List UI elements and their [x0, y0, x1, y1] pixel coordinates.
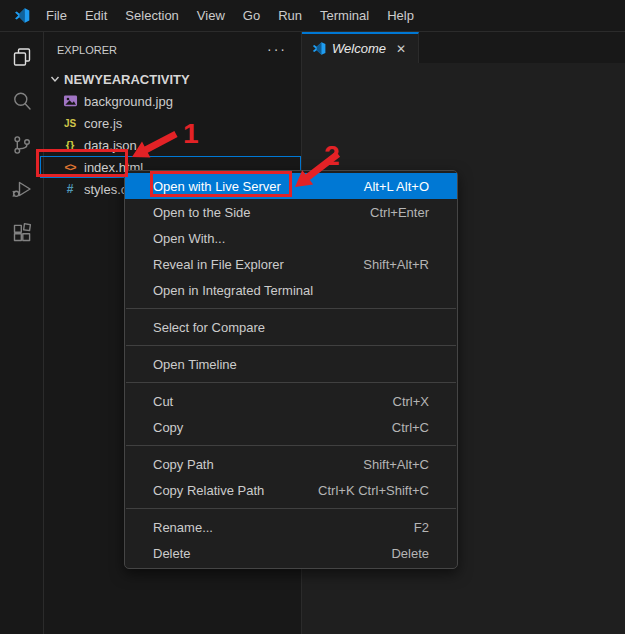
menu-selection[interactable]: Selection: [116, 1, 187, 31]
extensions-icon[interactable]: [0, 211, 44, 255]
workspace-folder-row[interactable]: NEWYEARACTIVITY: [44, 68, 301, 90]
menu-go[interactable]: Go: [234, 1, 269, 31]
file-name: data.json: [84, 138, 137, 153]
javascript-file-icon: JS: [62, 115, 78, 131]
menu-item-shortcut: Delete: [391, 546, 429, 561]
activity-bar: [0, 32, 44, 634]
menu-item-open-with-live-server[interactable]: Open with Live Server Alt+L Alt+O: [125, 173, 457, 199]
menu-item-label: Open with Live Server: [153, 179, 281, 194]
menu-item-shortcut: Shift+Alt+R: [363, 257, 429, 272]
workspace-folder-name: NEWYEARACTIVITY: [64, 72, 190, 87]
html-file-icon: <>: [62, 159, 78, 175]
menu-item-label: Select for Compare: [153, 320, 265, 335]
more-actions-icon[interactable]: ···: [267, 44, 287, 54]
file-name: core.js: [84, 116, 122, 131]
menu-file[interactable]: File: [37, 1, 76, 31]
menu-item-label: Delete: [153, 546, 191, 561]
json-file-icon: {}: [62, 137, 78, 153]
vscode-window: File Edit Selection View Go Run Terminal…: [0, 0, 625, 634]
css-file-icon: #: [62, 181, 78, 197]
menu-item-shortcut: Ctrl+C: [392, 420, 429, 435]
menu-item-open-with[interactable]: Open With...: [125, 225, 457, 251]
close-icon[interactable]: ✕: [393, 41, 409, 57]
menu-item-cut[interactable]: Cut Ctrl+X: [125, 388, 457, 414]
menu-item-delete[interactable]: Delete Delete: [125, 540, 457, 566]
menu-item-label: Open in Integrated Terminal: [153, 283, 313, 298]
title-bar: File Edit Selection View Go Run Terminal…: [0, 0, 625, 32]
menu-item-label: Cut: [153, 394, 173, 409]
menu-item-copy-relative-path[interactable]: Copy Relative Path Ctrl+K Ctrl+Shift+C: [125, 477, 457, 503]
file-row-data-json[interactable]: {} data.json: [44, 134, 301, 156]
menu-edit[interactable]: Edit: [76, 1, 116, 31]
menu-item-label: Copy Path: [153, 457, 214, 472]
search-icon[interactable]: [0, 79, 44, 123]
menu-item-shortcut: F2: [414, 520, 429, 535]
context-menu: Open with Live Server Alt+L Alt+O Open t…: [124, 170, 458, 569]
explorer-icon[interactable]: [0, 35, 44, 79]
file-row-background-jpg[interactable]: background.jpg: [44, 90, 301, 112]
menu-item-select-for-compare[interactable]: Select for Compare: [125, 314, 457, 340]
image-file-icon: [62, 93, 78, 109]
menu-item-label: Rename...: [153, 520, 213, 535]
menu-item-shortcut: Ctrl+X: [393, 394, 429, 409]
menu-run[interactable]: Run: [269, 1, 311, 31]
menu-separator: [126, 382, 456, 383]
run-and-debug-icon[interactable]: [0, 167, 44, 211]
tab-label: Welcome: [332, 41, 393, 56]
menu-help[interactable]: Help: [378, 1, 423, 31]
menu-item-shortcut: Alt+L Alt+O: [364, 179, 429, 194]
explorer-title: EXPLORER: [57, 44, 117, 56]
menu-item-label: Reveal in File Explorer: [153, 257, 284, 272]
menu-item-label: Open With...: [153, 231, 225, 246]
menu-item-open-to-the-side[interactable]: Open to the Side Ctrl+Enter: [125, 199, 457, 225]
menu-item-rename[interactable]: Rename... F2: [125, 514, 457, 540]
menu-separator: [126, 308, 456, 309]
menu-bar: File Edit Selection View Go Run Terminal…: [37, 0, 423, 31]
menu-item-shortcut: Ctrl+Enter: [370, 205, 429, 220]
chevron-down-icon: [48, 72, 62, 86]
menu-item-label: Open to the Side: [153, 205, 251, 220]
menu-item-open-in-integrated-terminal[interactable]: Open in Integrated Terminal: [125, 277, 457, 303]
menu-separator: [126, 445, 456, 446]
menu-view[interactable]: View: [188, 1, 234, 31]
menu-item-copy[interactable]: Copy Ctrl+C: [125, 414, 457, 440]
menu-item-label: Open Timeline: [153, 357, 237, 372]
menu-item-shortcut: Shift+Alt+C: [363, 457, 429, 472]
menu-item-open-timeline[interactable]: Open Timeline: [125, 351, 457, 377]
vscode-logo-icon: [311, 41, 326, 56]
source-control-icon[interactable]: [0, 123, 44, 167]
vscode-logo-icon: [13, 7, 30, 24]
menu-item-reveal-in-file-explorer[interactable]: Reveal in File Explorer Shift+Alt+R: [125, 251, 457, 277]
menu-separator: [126, 345, 456, 346]
file-row-core-js[interactable]: JS core.js: [44, 112, 301, 134]
menu-item-copy-path[interactable]: Copy Path Shift+Alt+C: [125, 451, 457, 477]
tab-bar: Welcome ✕: [302, 32, 625, 63]
menu-separator: [126, 508, 456, 509]
tab-welcome[interactable]: Welcome ✕: [302, 32, 419, 63]
menu-item-label: Copy Relative Path: [153, 483, 264, 498]
menu-item-shortcut: Ctrl+K Ctrl+Shift+C: [318, 483, 429, 498]
file-name: background.jpg: [84, 94, 173, 109]
menu-item-label: Copy: [153, 420, 183, 435]
menu-terminal[interactable]: Terminal: [311, 1, 378, 31]
